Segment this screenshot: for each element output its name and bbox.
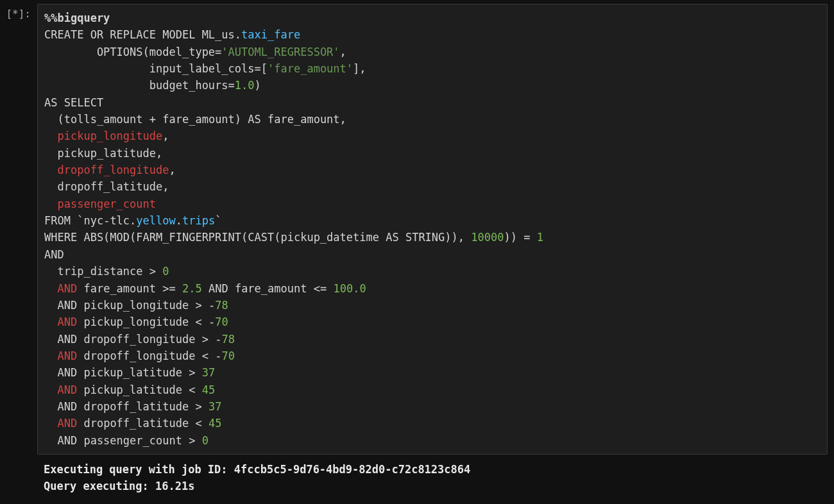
code-token: ))	[504, 231, 523, 244]
code-token: AND dropoff_latitude	[44, 400, 195, 413]
code-token: dropoff_longitude	[57, 164, 169, 176]
code-token: >=	[162, 282, 175, 295]
code-token: -	[208, 315, 215, 328]
code-token	[44, 130, 57, 142]
code-token: AND	[57, 383, 77, 396]
notebook-cell: [*]: %%bigquery CREATE OR REPLACE MODEL …	[0, 0, 834, 455]
code-token: taxi_fare	[241, 28, 300, 41]
code-token: -	[103, 214, 110, 227]
code-token	[195, 366, 201, 379]
code-token: >	[195, 299, 201, 312]
code-token: =[	[255, 62, 268, 75]
code-token: `	[215, 214, 221, 227]
output-text: Executing query with job ID: 4fccb5c5-9d…	[44, 461, 821, 495]
code-token	[44, 315, 57, 328]
code-token	[44, 282, 57, 295]
code-token: -	[215, 349, 221, 362]
code-token: passenger_count	[57, 197, 156, 210]
code-token: 1.0	[235, 79, 255, 92]
code-token: >	[189, 434, 195, 447]
code-token: ,	[169, 164, 175, 176]
code-token: 'AUTOML_REGRESSOR'	[221, 46, 339, 58]
code-token: <=	[314, 282, 327, 295]
code-token: 'fare_amount'	[268, 62, 353, 75]
code-token: WHERE ABS(MOD(FARM_FINGERPRINT(CAST(pick…	[44, 231, 471, 244]
code-token	[156, 265, 162, 278]
code-token	[44, 417, 57, 430]
code-token: ,	[162, 130, 169, 142]
code-token: fare_amount	[77, 282, 162, 295]
code-token: <	[189, 383, 195, 396]
code-token: AND pickup_longitude	[44, 299, 195, 312]
code-token	[208, 349, 215, 362]
code-token: 45	[208, 417, 221, 430]
code-token: dropoff_longitude	[77, 349, 201, 362]
code-token: >	[202, 333, 208, 346]
code-token: 37	[202, 366, 215, 379]
output-area: Executing query with job ID: 4fccb5c5-9d…	[37, 458, 828, 495]
code-token: <	[202, 349, 208, 362]
code-token: 70	[221, 349, 234, 362]
code-token: 0	[202, 434, 208, 447]
code-token: AS SELECT	[44, 96, 103, 109]
code-token: 78	[221, 333, 234, 346]
input-prompt: [*]:	[0, 4, 37, 20]
code-token: pickup_longitude	[77, 315, 195, 328]
code-token: AND fare_amount	[202, 282, 314, 295]
code-token: -	[215, 333, 221, 346]
code-token: yellow	[136, 214, 175, 227]
code-input-area[interactable]: %%bigquery CREATE OR REPLACE MODEL ML_us…	[37, 4, 828, 455]
code-token: ,	[340, 46, 346, 58]
code-token	[202, 417, 208, 430]
code-token: .	[176, 214, 182, 227]
code-token: FROM `nyc	[44, 214, 103, 227]
code-token	[195, 434, 201, 447]
code-token: AND	[44, 248, 64, 261]
code-token	[530, 231, 536, 244]
code-token: ],	[353, 62, 366, 75]
output-line-1: Executing query with job ID: 4fccb5c5-9d…	[44, 463, 470, 476]
code-token: pickup_longitude	[57, 130, 162, 142]
code-token	[44, 197, 57, 210]
code-token	[176, 282, 182, 295]
code-token: CREATE OR REPLACE MODEL ML_us	[44, 28, 235, 41]
code-token: <	[195, 315, 201, 328]
code-token: input_label_cols	[44, 62, 255, 75]
code-token: .	[130, 214, 136, 227]
code-token: pickup_latitude	[77, 383, 189, 396]
code-token: %%bigquery	[44, 12, 110, 24]
code-token: 78	[215, 299, 228, 312]
code-token: >	[189, 366, 195, 379]
code-token: 100.0	[333, 282, 366, 295]
code-token: trip_distance	[44, 265, 149, 278]
code-token: 70	[215, 315, 228, 328]
code-token: AND	[57, 417, 77, 430]
code-token: AND passenger_count	[44, 434, 189, 447]
code-token: -	[208, 299, 215, 312]
code-token: 37	[208, 400, 221, 413]
code-token: 2.5	[182, 282, 202, 295]
code-token: >	[195, 400, 201, 413]
code-token: =	[523, 231, 530, 244]
code-token: trips	[182, 214, 215, 227]
code-token: OPTIONS(model_type	[44, 46, 215, 58]
code-token: AND pickup_latitude	[44, 366, 189, 379]
code-token	[44, 383, 57, 396]
code-token: 1	[537, 231, 543, 244]
code-token: AND	[57, 282, 77, 295]
output-line-2: Query executing: 16.21s	[44, 480, 194, 492]
code-token: 45	[202, 383, 215, 396]
code-token: dropoff_latitude	[77, 417, 195, 430]
code-text[interactable]: %%bigquery CREATE OR REPLACE MODEL ML_us…	[44, 10, 821, 449]
output-row: Executing query with job ID: 4fccb5c5-9d…	[0, 455, 834, 501]
code-token: +	[149, 113, 156, 126]
code-token: )	[255, 79, 261, 92]
code-token: >	[149, 265, 156, 278]
code-token	[44, 164, 57, 176]
code-token: .	[235, 28, 241, 41]
code-token	[327, 282, 333, 295]
code-token	[208, 333, 215, 346]
code-token	[202, 400, 208, 413]
code-token: pickup_latitude,	[44, 147, 162, 160]
code-token: =	[215, 46, 221, 58]
